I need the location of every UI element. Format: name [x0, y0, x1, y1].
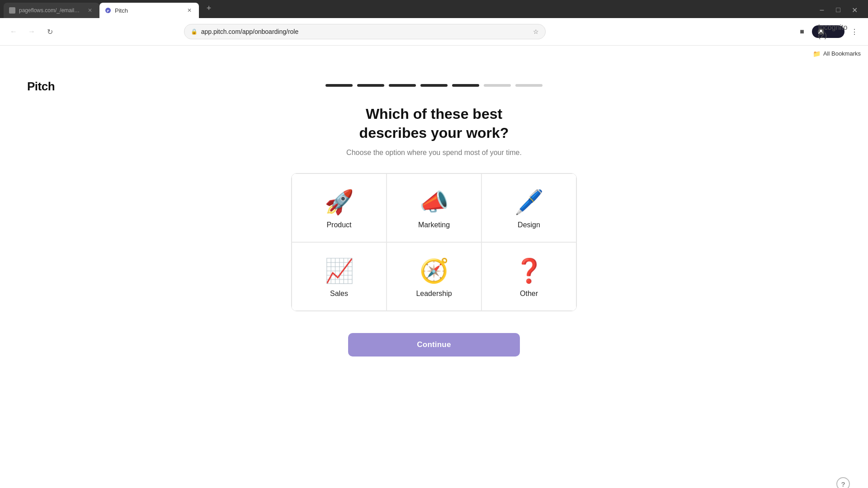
bookmarks-bar: 📁 All Bookmarks — [0, 45, 868, 61]
toolbar-icons: ■ Incognito (2) ⋮ — [796, 25, 861, 38]
close-icon[interactable]: ✕ — [848, 4, 861, 16]
option-card-marketing[interactable]: 📣Marketing — [387, 174, 481, 242]
address-bar[interactable]: 🔒 app.pitch.com/app/onboarding/role ☆ — [184, 24, 546, 39]
reload-button[interactable]: ↻ — [43, 25, 56, 38]
extensions-icon[interactable]: ■ — [796, 25, 808, 38]
option-label-leadership: Leadership — [416, 290, 452, 298]
tab-favicon-active: P — [105, 7, 111, 14]
maximize-icon[interactable]: □ — [832, 4, 844, 16]
incognito-button[interactable]: Incognito (2) — [812, 25, 844, 38]
tab-close-inactive[interactable]: ✕ — [86, 6, 94, 14]
tab-close-active[interactable]: ✕ — [185, 6, 193, 14]
option-label-design: Design — [518, 221, 540, 229]
option-label-other: Other — [520, 290, 538, 298]
option-card-other[interactable]: ❓Other — [481, 242, 576, 311]
window-controls: – □ ✕ — [816, 4, 861, 16]
app-logo: Pitch — [27, 80, 55, 94]
option-label-product: Product — [326, 221, 351, 229]
option-emoji-other: ❓ — [514, 259, 544, 282]
menu-icon[interactable]: ⋮ — [848, 25, 861, 38]
folder-icon: 📁 — [813, 50, 821, 57]
tab-inactive-1[interactable]: pageflows.com/_/emails/_/7fb5... ✕ — [4, 3, 99, 18]
forward-button[interactable]: → — [25, 25, 38, 38]
tab-label-inactive: pageflows.com/_/emails/_/7fb5... — [19, 7, 82, 14]
option-label-sales: Sales — [330, 290, 348, 298]
bookmarks-label: All Bookmarks — [823, 50, 861, 57]
option-card-product[interactable]: 🚀Product — [292, 174, 387, 242]
progress-segment-5 — [452, 84, 479, 87]
bookmarks-folder[interactable]: 📁 All Bookmarks — [813, 50, 861, 57]
progress-segment-7 — [515, 84, 542, 87]
new-tab-button[interactable]: + — [203, 2, 215, 14]
tab-label-active: Pitch — [115, 7, 128, 14]
option-emoji-sales: 📈 — [325, 259, 354, 282]
url-text: app.pitch.com/app/onboarding/role — [201, 28, 529, 35]
progress-segment-4 — [420, 84, 448, 87]
address-bar-row: ← → ↻ 🔒 app.pitch.com/app/onboarding/rol… — [0, 18, 868, 45]
option-emoji-design: 🖊️ — [514, 190, 544, 214]
option-emoji-product: 🚀 — [325, 190, 354, 214]
tab-favicon-1 — [9, 7, 15, 14]
option-label-marketing: Marketing — [418, 221, 450, 229]
option-card-leadership[interactable]: 🧭Leadership — [387, 242, 481, 311]
svg-text:P: P — [107, 9, 109, 13]
help-button[interactable]: ? — [836, 477, 850, 488]
progress-segment-1 — [326, 84, 353, 87]
option-card-sales[interactable]: 📈Sales — [292, 242, 387, 311]
option-card-design[interactable]: 🖊️Design — [481, 174, 576, 242]
lock-icon: 🔒 — [191, 28, 198, 35]
continue-button[interactable]: Continue — [348, 333, 520, 357]
option-emoji-marketing: 📣 — [420, 190, 449, 214]
bookmark-star-icon[interactable]: ☆ — [533, 28, 539, 35]
page-content: Pitch Which of these best describes your… — [0, 61, 868, 488]
tab-bar: pageflows.com/_/emails/_/7fb5... ✕ P Pit… — [0, 0, 868, 18]
minimize-icon[interactable]: – — [816, 4, 828, 16]
option-emoji-leadership: 🧭 — [420, 259, 449, 282]
question-title: Which of these best describes your work? — [359, 105, 509, 142]
options-grid: 🚀Product📣Marketing🖊️Design📈Sales🧭Leaders… — [291, 173, 577, 311]
progress-segment-2 — [357, 84, 384, 87]
progress-segment-6 — [484, 84, 511, 87]
tab-active-1[interactable]: P Pitch ✕ — [99, 3, 199, 18]
back-button[interactable]: ← — [7, 25, 20, 38]
progress-bar — [326, 84, 542, 87]
progress-segment-3 — [389, 84, 416, 87]
question-subtitle: Choose the option where you spend most o… — [346, 149, 522, 157]
